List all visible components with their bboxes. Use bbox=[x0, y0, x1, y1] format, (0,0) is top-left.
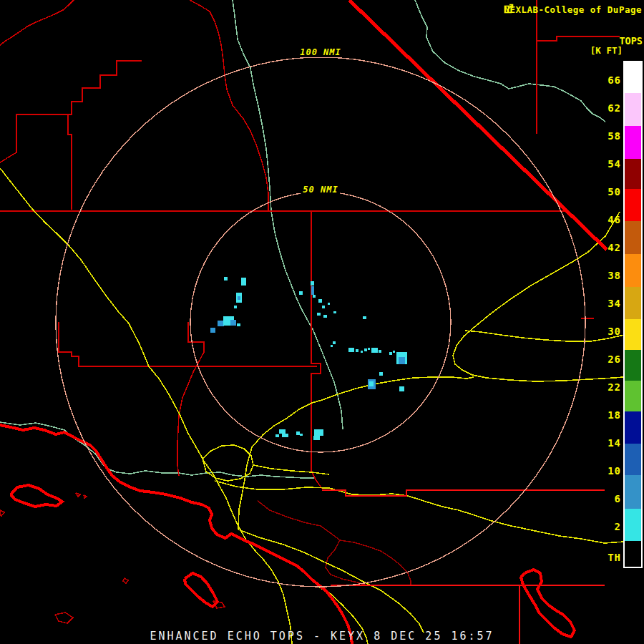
county-lines-segment bbox=[0, 114, 68, 162]
colorbar-segment-7 bbox=[625, 287, 641, 319]
colorbar-units: [K FT] bbox=[583, 45, 623, 56]
echo-cell bbox=[331, 345, 333, 347]
islands-large-segment bbox=[11, 485, 62, 507]
county-lines-segment bbox=[68, 61, 142, 210]
echo-cell bbox=[237, 323, 240, 326]
colorbar-label-46: 46 bbox=[598, 215, 621, 225]
colorbar-label-62: 62 bbox=[598, 103, 621, 113]
islands-large-segment bbox=[185, 573, 218, 607]
highways bbox=[0, 168, 643, 644]
colorbar-segment-12 bbox=[625, 444, 641, 475]
county-lines-segment bbox=[0, 0, 74, 45]
echo-cell bbox=[314, 429, 323, 436]
county-lines-segment bbox=[177, 322, 204, 476]
colorbar-segment-2 bbox=[625, 126, 641, 159]
colorbar-segment-4 bbox=[625, 189, 641, 221]
echo-cell bbox=[348, 348, 354, 352]
colorbar-label-42: 42 bbox=[598, 243, 621, 253]
colorbar-segment-5 bbox=[625, 221, 641, 254]
colorbar bbox=[623, 61, 643, 568]
range-rings bbox=[56, 57, 585, 587]
echo-cell bbox=[323, 315, 327, 318]
colorbar-label-18: 18 bbox=[598, 410, 621, 420]
echo-cell bbox=[399, 357, 405, 364]
echo-cell bbox=[218, 321, 224, 326]
colorbar-label-34: 34 bbox=[598, 298, 621, 308]
echo-cell bbox=[230, 320, 236, 326]
islands-large bbox=[11, 485, 575, 637]
rivers-segment bbox=[415, 0, 605, 122]
echo-cell bbox=[210, 328, 215, 333]
echo-cell bbox=[313, 436, 320, 440]
echo-cell bbox=[363, 316, 366, 319]
colorbar-segment-1 bbox=[625, 93, 641, 126]
colorbar-segment-9 bbox=[625, 350, 641, 381]
echo-cell bbox=[241, 278, 246, 286]
external-link-icon bbox=[504, 4, 514, 14]
echo-cell bbox=[313, 295, 316, 298]
echo-cell bbox=[333, 341, 336, 344]
islands-large-segment bbox=[521, 570, 575, 637]
echo-cell bbox=[364, 348, 367, 351]
colorbar-segment-13 bbox=[625, 475, 641, 509]
county-lines-segment bbox=[311, 211, 322, 489]
county-lines bbox=[0, 0, 620, 489]
islands-small bbox=[0, 493, 225, 623]
echo-cell bbox=[311, 286, 314, 295]
rivers-segment bbox=[233, 0, 343, 429]
colorbar-segment-0 bbox=[625, 62, 641, 93]
highways-segment bbox=[0, 168, 292, 644]
inner-ring-label: 50 NMI bbox=[301, 185, 340, 195]
brand: NEXLAB-College of DuPage bbox=[504, 4, 642, 15]
county-lines-dark-segment bbox=[340, 540, 411, 585]
echo-cell bbox=[282, 434, 288, 437]
colorbar-label-54: 54 bbox=[598, 159, 621, 169]
colorbar-label-58: 58 bbox=[598, 131, 621, 141]
colorbar-segment-3 bbox=[625, 159, 641, 189]
colorbar-segment-15 bbox=[625, 541, 641, 567]
echo-cell bbox=[296, 431, 300, 435]
county-lines-segment bbox=[190, 0, 268, 211]
colorbar-label-50: 50 bbox=[598, 187, 621, 197]
echo-cell bbox=[279, 429, 286, 434]
echo-cell bbox=[379, 350, 381, 353]
radar-echoes bbox=[210, 277, 407, 440]
county-lines-bright bbox=[322, 490, 605, 644]
rivers bbox=[0, 0, 605, 478]
caption: ENHANCED ECHO TOPS - KEYX 8 DEC 25 16:57 bbox=[0, 630, 644, 643]
state-line-segment bbox=[349, 0, 607, 250]
colorbar-label-2: 2 bbox=[598, 522, 621, 532]
echo-cell bbox=[224, 277, 228, 280]
colorbar-segment-10 bbox=[625, 381, 641, 411]
radar-map bbox=[0, 0, 644, 644]
colorbar-segment-6 bbox=[625, 254, 641, 287]
islands-small-segment bbox=[55, 613, 73, 623]
colorbar-segment-11 bbox=[625, 411, 641, 444]
echo-cell bbox=[238, 296, 240, 300]
coastline-segment bbox=[0, 425, 352, 644]
colorbar-label-66: 66 bbox=[598, 75, 621, 85]
echo-cell bbox=[371, 348, 378, 353]
islands-small-segment bbox=[0, 510, 4, 516]
colorbar-label-26: 26 bbox=[598, 354, 621, 364]
echo-cell bbox=[311, 281, 314, 286]
coastline bbox=[0, 425, 352, 644]
echo-cell bbox=[393, 351, 395, 353]
radar-display: NEXLAB-College of DuPage TOPS [K FT] 666… bbox=[0, 0, 644, 644]
brand-text: NEXLAB-College of DuPage bbox=[504, 4, 642, 15]
echo-cell bbox=[368, 348, 370, 350]
colorbar-segment-14 bbox=[625, 509, 641, 541]
echo-cell bbox=[234, 306, 237, 308]
echo-cell bbox=[300, 434, 303, 436]
echo-cell bbox=[318, 299, 322, 303]
echo-cell bbox=[333, 311, 336, 313]
echo-cell bbox=[275, 434, 279, 437]
outer-ring-label: 100 NMI bbox=[298, 47, 343, 57]
islands-small-segment bbox=[123, 578, 128, 583]
echo-cell bbox=[356, 349, 358, 352]
colorbar-segment-8 bbox=[625, 319, 641, 350]
colorbar-label-14: 14 bbox=[598, 438, 621, 448]
colorbar-label-TH: TH bbox=[598, 552, 621, 562]
echo-cell bbox=[317, 313, 321, 316]
echo-cell bbox=[299, 291, 303, 295]
